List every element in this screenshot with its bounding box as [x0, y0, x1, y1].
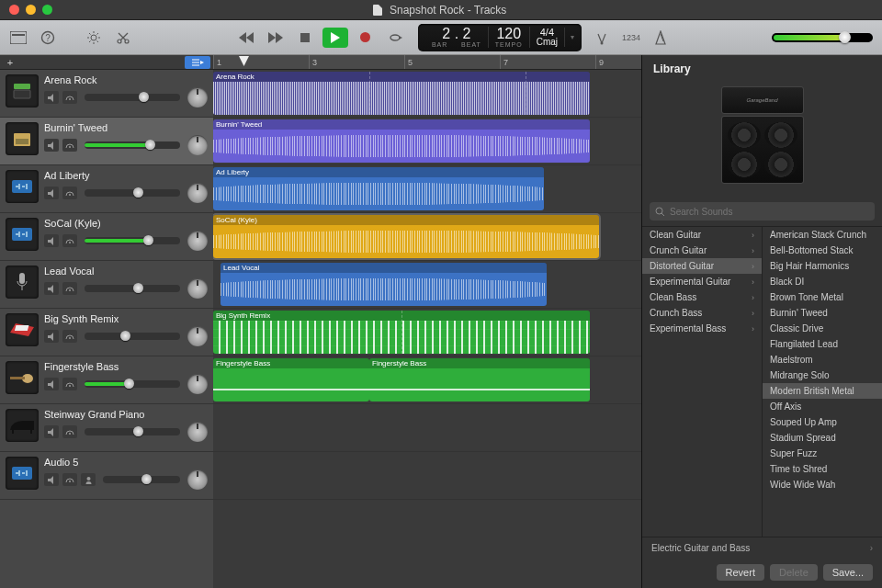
track-name[interactable]: Audio 5 — [44, 457, 208, 468]
library-item[interactable]: Burnin' Tweed — [763, 305, 882, 321]
track-name[interactable]: Burnin' Tweed — [44, 122, 208, 133]
pan-knob[interactable] — [187, 374, 208, 394]
solo-button[interactable] — [62, 234, 77, 247]
library-item[interactable]: Black DI — [763, 274, 882, 289]
solo-button[interactable] — [62, 187, 77, 199]
library-item[interactable]: Stadium Spread — [763, 430, 882, 446]
library-category-column[interactable]: Clean Guitar›Crunch Guitar›Distorted Gui… — [642, 227, 763, 537]
zoom-window-icon[interactable] — [42, 5, 52, 15]
library-item[interactable]: Souped Up Amp — [763, 414, 882, 430]
library-path[interactable]: Electric Guitar and Bass › — [642, 537, 882, 559]
library-item[interactable]: Bell-Bottomed Stack — [763, 243, 882, 258]
region[interactable]: Lead Vocal — [220, 263, 547, 306]
mute-button[interactable] — [44, 425, 59, 438]
save-button[interactable]: Save... — [823, 564, 873, 581]
library-search[interactable] — [650, 202, 875, 220]
lcd-key[interactable]: Cmaj — [537, 38, 558, 47]
library-item[interactable]: Crunch Bass› — [642, 305, 762, 321]
region[interactable]: Ad Liberty — [213, 167, 544, 210]
master-volume-slider[interactable] — [772, 33, 873, 42]
track-lane[interactable] — [213, 404, 641, 452]
track-lane[interactable]: Lead Vocal — [213, 261, 641, 309]
library-item[interactable]: Time to Shred — [763, 461, 882, 477]
track-header[interactable]: Fingerstyle Bass — [0, 356, 213, 404]
library-item[interactable]: Flangilated Lead — [763, 336, 882, 352]
region[interactable]: Arena Rock — [213, 72, 590, 115]
solo-button[interactable] — [62, 473, 77, 486]
library-preset-column[interactable]: American Stack CrunchBell-Bottomed Stack… — [763, 227, 882, 537]
track-header[interactable]: Steinway Grand Piano — [0, 404, 213, 452]
track-header[interactable]: Burnin' Tweed — [0, 118, 213, 165]
volume-slider[interactable] — [85, 141, 180, 149]
region[interactable]: Fingerstyle Bass — [369, 358, 590, 401]
track-lane[interactable] — [213, 452, 641, 500]
library-item[interactable]: Clean Guitar› — [642, 227, 762, 243]
quick-help-icon[interactable] — [85, 28, 103, 47]
solo-button[interactable] — [62, 139, 77, 152]
library-toggle-icon[interactable] — [9, 28, 28, 47]
lcd-dropdown-icon[interactable]: ▾ — [565, 33, 574, 41]
mute-button[interactable] — [44, 282, 59, 295]
solo-button[interactable] — [62, 282, 77, 295]
add-track-button[interactable]: + — [0, 55, 20, 70]
solo-button[interactable] — [62, 378, 77, 390]
region[interactable]: SoCal (Kyle) — [213, 215, 599, 258]
library-item[interactable]: Brown Tone Metal — [763, 289, 882, 305]
pan-knob[interactable] — [187, 183, 208, 203]
scissors-icon[interactable] — [114, 28, 132, 47]
mute-button[interactable] — [44, 473, 59, 486]
track-header[interactable]: Arena Rock — [0, 70, 213, 118]
pan-knob[interactable] — [187, 231, 208, 251]
volume-slider[interactable] — [85, 237, 180, 244]
region[interactable]: Fingerstyle Bass — [213, 358, 369, 401]
library-item[interactable]: Midrange Solo — [763, 368, 882, 383]
solo-button[interactable] — [62, 425, 77, 438]
library-item[interactable]: Off Axis — [763, 399, 882, 414]
pan-knob[interactable] — [187, 326, 208, 346]
solo-button[interactable] — [62, 330, 77, 343]
close-window-icon[interactable] — [9, 5, 19, 15]
count-in-button[interactable]: 1234 — [622, 28, 640, 47]
library-item[interactable]: Maelstrom — [763, 352, 882, 368]
library-item[interactable]: Clean Bass› — [642, 289, 762, 305]
tuner-icon[interactable] — [593, 28, 611, 47]
library-item[interactable]: American Stack Crunch — [763, 227, 882, 243]
mute-button[interactable] — [44, 378, 59, 390]
volume-slider[interactable] — [85, 380, 180, 388]
rewind-button[interactable] — [234, 28, 258, 48]
track-name[interactable]: Fingerstyle Bass — [44, 361, 208, 372]
volume-slider[interactable] — [103, 476, 180, 483]
track-lane[interactable]: Fingerstyle BassFingerstyle Bass — [213, 356, 641, 404]
track-lane[interactable]: Burnin' Tweed — [213, 118, 641, 165]
cycle-button[interactable] — [383, 28, 407, 48]
library-item[interactable]: Modern British Metal — [763, 383, 882, 399]
library-search-input[interactable] — [670, 207, 869, 217]
region[interactable]: Big Synth Remix — [213, 311, 590, 354]
track-name[interactable]: Big Synth Remix — [44, 313, 208, 324]
mute-button[interactable] — [44, 234, 59, 247]
track-filter-button[interactable] — [185, 56, 210, 69]
library-item[interactable]: Distorted Guitar› — [642, 258, 762, 274]
library-item[interactable]: Crunch Guitar› — [642, 243, 762, 258]
track-name[interactable]: Steinway Grand Piano — [44, 409, 208, 420]
track-header[interactable]: Big Synth Remix — [0, 309, 213, 356]
solo-button[interactable] — [62, 91, 77, 104]
region[interactable]: Burnin' Tweed — [213, 119, 590, 163]
mute-button[interactable] — [44, 187, 59, 199]
track-name[interactable]: Ad Liberty — [44, 170, 208, 181]
library-item[interactable]: Super Fuzz — [763, 446, 882, 461]
track-lane[interactable]: Ad Liberty — [213, 165, 641, 213]
timeline-area[interactable]: 13579 Arena RockBurnin' TweedAd LibertyS… — [213, 55, 641, 588]
revert-button[interactable]: Revert — [717, 564, 764, 581]
mute-button[interactable] — [44, 91, 59, 104]
library-item[interactable]: Experimental Guitar› — [642, 274, 762, 289]
track-name[interactable]: Lead Vocal — [44, 266, 208, 277]
library-item[interactable]: Experimental Bass› — [642, 321, 762, 336]
volume-slider[interactable] — [85, 333, 180, 340]
minimize-window-icon[interactable] — [26, 5, 36, 15]
play-button[interactable] — [322, 28, 348, 48]
track-name[interactable]: SoCal (Kyle) — [44, 218, 208, 229]
pan-knob[interactable] — [187, 135, 208, 155]
mute-button[interactable] — [44, 139, 59, 152]
input-monitor-icon[interactable] — [81, 473, 96, 486]
